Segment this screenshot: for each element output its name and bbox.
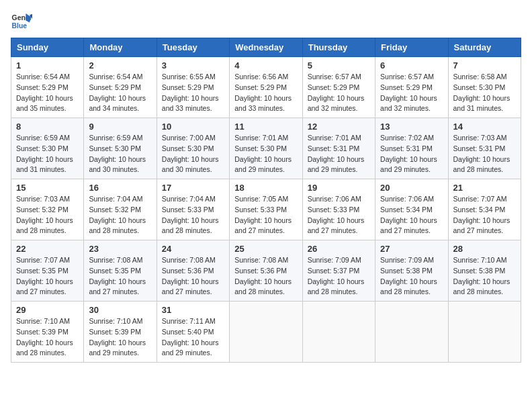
day-info: Sunrise: 7:06 AMSunset: 5:34 PMDaylight:… — [380, 194, 443, 236]
calendar-week-1: 1Sunrise: 6:54 AMSunset: 5:29 PMDaylight… — [11, 57, 521, 118]
day-info: Sunrise: 7:02 AMSunset: 5:31 PMDaylight:… — [380, 133, 443, 175]
calendar-cell: 4Sunrise: 6:56 AMSunset: 5:29 PMDaylight… — [230, 57, 302, 118]
day-number: 20 — [380, 183, 443, 193]
calendar-cell: 11Sunrise: 7:01 AMSunset: 5:30 PMDayligh… — [230, 118, 302, 179]
day-number: 27 — [380, 244, 443, 254]
calendar-cell: 22Sunrise: 7:07 AMSunset: 5:35 PMDayligh… — [11, 240, 84, 302]
day-number: 13 — [380, 122, 443, 132]
calendar-cell: 29Sunrise: 7:10 AMSunset: 5:39 PMDayligh… — [11, 302, 84, 363]
calendar-cell: 10Sunrise: 7:00 AMSunset: 5:30 PMDayligh… — [157, 118, 229, 179]
day-info: Sunrise: 7:01 AMSunset: 5:30 PMDaylight:… — [234, 133, 297, 175]
calendar-cell: 12Sunrise: 7:01 AMSunset: 5:31 PMDayligh… — [302, 118, 375, 179]
day-info: Sunrise: 7:04 AMSunset: 5:32 PMDaylight:… — [89, 194, 151, 236]
day-info: Sunrise: 7:08 AMSunset: 5:35 PMDaylight:… — [89, 255, 151, 298]
header: General Blue — [11, 11, 521, 32]
day-info: Sunrise: 7:11 AMSunset: 5:40 PMDaylight:… — [162, 316, 224, 359]
header-saturday: Saturday — [448, 38, 521, 57]
calendar-cell: 30Sunrise: 7:10 AMSunset: 5:39 PMDayligh… — [84, 302, 157, 363]
day-info: Sunrise: 7:09 AMSunset: 5:38 PMDaylight:… — [380, 255, 443, 298]
day-number: 24 — [162, 244, 224, 254]
calendar-cell: 7Sunrise: 6:58 AMSunset: 5:30 PMDaylight… — [448, 57, 521, 118]
header-friday: Friday — [375, 38, 448, 57]
day-number: 31 — [162, 305, 224, 315]
day-info: Sunrise: 7:00 AMSunset: 5:30 PMDaylight:… — [162, 133, 224, 175]
calendar-cell: 23Sunrise: 7:08 AMSunset: 5:35 PMDayligh… — [84, 240, 157, 302]
day-info: Sunrise: 7:03 AMSunset: 5:31 PMDaylight:… — [453, 133, 516, 175]
calendar-cell: 17Sunrise: 7:04 AMSunset: 5:33 PMDayligh… — [157, 179, 229, 240]
calendar-cell: 15Sunrise: 7:03 AMSunset: 5:32 PMDayligh… — [11, 179, 84, 240]
calendar-cell: 27Sunrise: 7:09 AMSunset: 5:38 PMDayligh… — [375, 240, 448, 302]
day-number: 23 — [89, 244, 151, 254]
calendar-cell: 13Sunrise: 7:02 AMSunset: 5:31 PMDayligh… — [375, 118, 448, 179]
day-number: 18 — [234, 183, 297, 193]
calendar-table: SundayMondayTuesdayWednesdayThursdayFrid… — [11, 38, 521, 363]
calendar-header-row: SundayMondayTuesdayWednesdayThursdayFrid… — [11, 38, 521, 57]
day-info: Sunrise: 7:10 AMSunset: 5:39 PMDaylight:… — [89, 316, 151, 359]
logo-icon: General Blue — [11, 11, 32, 32]
calendar-cell: 19Sunrise: 7:06 AMSunset: 5:33 PMDayligh… — [302, 179, 375, 240]
day-number: 8 — [16, 122, 79, 132]
day-number: 4 — [234, 60, 297, 71]
day-info: Sunrise: 6:54 AMSunset: 5:29 PMDaylight:… — [16, 72, 79, 114]
calendar-cell: 31Sunrise: 7:11 AMSunset: 5:40 PMDayligh… — [157, 302, 229, 363]
day-info: Sunrise: 6:57 AMSunset: 5:29 PMDaylight:… — [380, 72, 443, 114]
day-number: 12 — [308, 122, 370, 132]
calendar-cell: 6Sunrise: 6:57 AMSunset: 5:29 PMDaylight… — [375, 57, 448, 118]
calendar-cell: 5Sunrise: 6:57 AMSunset: 5:29 PMDaylight… — [302, 57, 375, 118]
calendar-cell: 1Sunrise: 6:54 AMSunset: 5:29 PMDaylight… — [11, 57, 84, 118]
calendar-cell: 21Sunrise: 7:07 AMSunset: 5:34 PMDayligh… — [448, 179, 521, 240]
calendar-cell: 24Sunrise: 7:08 AMSunset: 5:36 PMDayligh… — [157, 240, 229, 302]
day-info: Sunrise: 7:08 AMSunset: 5:36 PMDaylight:… — [162, 255, 224, 298]
header-wednesday: Wednesday — [230, 38, 302, 57]
day-number: 25 — [234, 244, 297, 254]
day-info: Sunrise: 7:05 AMSunset: 5:33 PMDaylight:… — [234, 194, 297, 236]
day-number: 30 — [89, 305, 151, 315]
day-number: 15 — [16, 183, 79, 193]
header-thursday: Thursday — [302, 38, 375, 57]
calendar-cell: 3Sunrise: 6:55 AMSunset: 5:29 PMDaylight… — [157, 57, 229, 118]
day-number: 2 — [89, 60, 151, 71]
day-info: Sunrise: 7:10 AMSunset: 5:39 PMDaylight:… — [16, 316, 79, 359]
day-info: Sunrise: 7:03 AMSunset: 5:32 PMDaylight:… — [16, 194, 79, 236]
calendar-cell: 25Sunrise: 7:08 AMSunset: 5:36 PMDayligh… — [230, 240, 302, 302]
calendar-cell: 14Sunrise: 7:03 AMSunset: 5:31 PMDayligh… — [448, 118, 521, 179]
day-number: 19 — [308, 183, 370, 193]
day-info: Sunrise: 7:06 AMSunset: 5:33 PMDaylight:… — [308, 194, 370, 236]
calendar-cell: 9Sunrise: 6:59 AMSunset: 5:30 PMDaylight… — [84, 118, 157, 179]
day-number: 17 — [162, 183, 224, 193]
day-info: Sunrise: 7:04 AMSunset: 5:33 PMDaylight:… — [162, 194, 224, 236]
day-info: Sunrise: 7:07 AMSunset: 5:35 PMDaylight:… — [16, 255, 79, 298]
calendar-cell — [448, 302, 521, 363]
calendar-cell: 16Sunrise: 7:04 AMSunset: 5:32 PMDayligh… — [84, 179, 157, 240]
header-sunday: Sunday — [11, 38, 84, 57]
day-info: Sunrise: 7:01 AMSunset: 5:31 PMDaylight:… — [308, 133, 370, 175]
day-number: 1 — [16, 60, 79, 71]
day-number: 6 — [380, 60, 443, 71]
calendar-week-2: 8Sunrise: 6:59 AMSunset: 5:30 PMDaylight… — [11, 118, 521, 179]
day-number: 29 — [16, 305, 79, 315]
day-number: 14 — [453, 122, 516, 132]
calendar-week-4: 22Sunrise: 7:07 AMSunset: 5:35 PMDayligh… — [11, 240, 521, 302]
header-monday: Monday — [84, 38, 157, 57]
calendar-cell: 20Sunrise: 7:06 AMSunset: 5:34 PMDayligh… — [375, 179, 448, 240]
svg-text:Blue: Blue — [12, 22, 28, 30]
day-info: Sunrise: 7:09 AMSunset: 5:37 PMDaylight:… — [308, 255, 370, 298]
day-number: 26 — [308, 244, 370, 254]
day-info: Sunrise: 6:58 AMSunset: 5:30 PMDaylight:… — [453, 72, 516, 114]
day-info: Sunrise: 6:59 AMSunset: 5:30 PMDaylight:… — [89, 133, 151, 175]
header-tuesday: Tuesday — [157, 38, 229, 57]
day-number: 22 — [16, 244, 79, 254]
calendar-cell: 18Sunrise: 7:05 AMSunset: 5:33 PMDayligh… — [230, 179, 302, 240]
day-info: Sunrise: 7:08 AMSunset: 5:36 PMDaylight:… — [234, 255, 297, 298]
day-info: Sunrise: 6:57 AMSunset: 5:29 PMDaylight:… — [308, 72, 370, 114]
day-info: Sunrise: 7:10 AMSunset: 5:38 PMDaylight:… — [453, 255, 516, 298]
day-number: 7 — [453, 60, 516, 71]
day-number: 11 — [234, 122, 297, 132]
calendar-cell — [375, 302, 448, 363]
calendar-cell: 26Sunrise: 7:09 AMSunset: 5:37 PMDayligh… — [302, 240, 375, 302]
calendar-week-3: 15Sunrise: 7:03 AMSunset: 5:32 PMDayligh… — [11, 179, 521, 240]
day-info: Sunrise: 6:55 AMSunset: 5:29 PMDaylight:… — [162, 72, 224, 114]
day-info: Sunrise: 6:59 AMSunset: 5:30 PMDaylight:… — [16, 133, 79, 175]
calendar-cell: 8Sunrise: 6:59 AMSunset: 5:30 PMDaylight… — [11, 118, 84, 179]
day-number: 9 — [89, 122, 151, 132]
